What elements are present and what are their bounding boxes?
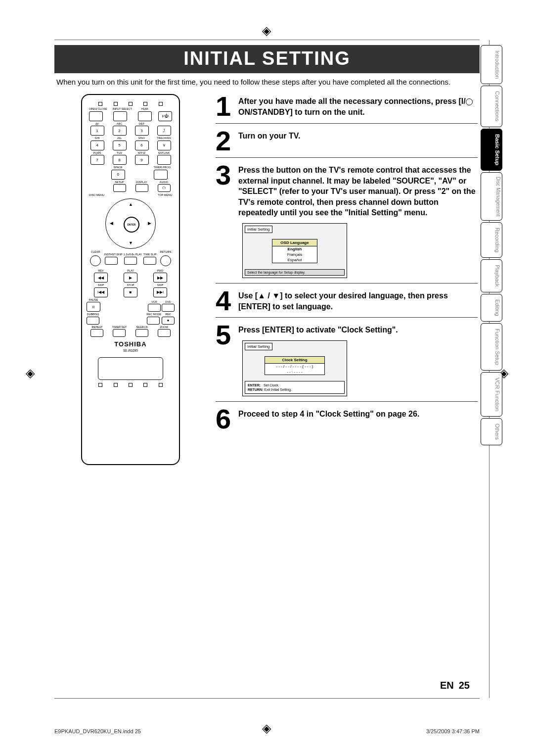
tab-recording[interactable]: Recording — [481, 222, 502, 258]
print-footer: E9PKAUD_DVR620KU_EN.indd 25 3/25/2009 3:… — [54, 728, 480, 734]
osd-title: Initial Setting — [245, 226, 272, 233]
brand-label: TOSHIBA — [86, 340, 175, 348]
step-number: 1 — [216, 94, 238, 119]
step-number: 5 — [216, 323, 238, 347]
footer-filename: E9PKAUD_DVR620KU_EN.indd 25 — [54, 728, 141, 734]
footer-timestamp: 3/25/2009 3:47:36 PM — [426, 728, 480, 734]
tab-function-setup[interactable]: Function Setup — [481, 323, 502, 371]
page-frame: INITIAL SETTING When you turn on this un… — [54, 40, 480, 699]
model-label: SE-R0295 — [86, 349, 175, 352]
osd-language-screenshot: Initial Setting OSD Language English Fra… — [242, 223, 347, 278]
step-text: Proceed to step 4 in "Clock Setting" on … — [238, 409, 478, 420]
power-button-icon: I/⏻ — [158, 111, 172, 121]
nav-ring: ▲ ▼ ◀ ▶ ENTER — [105, 198, 156, 249]
osd-footer: Select the language for Setup display. — [245, 269, 345, 276]
osd-footer: ENTER: Set Clock. RETURN: Exit Initial S… — [245, 381, 345, 394]
step-text: Press the button on the TV's remote cont… — [238, 165, 478, 218]
tab-introduction[interactable]: Introduction — [481, 45, 502, 84]
tab-connections[interactable]: Connections — [481, 86, 502, 127]
down-arrow-icon — [272, 291, 280, 300]
step-text: Use [ / ] to select your desired languag… — [238, 290, 478, 312]
crop-mark-left-icon: ◈ — [26, 366, 35, 380]
osd-clock-screenshot: Initial Setting Clock Setting - - - / - … — [242, 340, 347, 396]
osd-menu-header: Clock Setting — [265, 357, 324, 364]
osd-title: Initial Setting — [245, 343, 272, 350]
step-3: 3 Press the button on the TV's remote co… — [216, 163, 478, 278]
step-text: After you have made all the necessary co… — [238, 96, 478, 117]
tab-vcr-function[interactable]: VCR Function — [481, 372, 502, 417]
steps-list: 1 After you have made all the necessary … — [216, 94, 478, 465]
enter-button: ENTER — [124, 217, 139, 233]
osd-menu-header: OSD Language — [272, 239, 317, 246]
step-number: 2 — [216, 129, 238, 153]
power-icon — [466, 98, 473, 105]
step-5: 5 Press [ENTER] to activate "Clock Setti… — [216, 323, 478, 396]
step-number: 4 — [216, 288, 238, 313]
step-number: 6 — [216, 407, 238, 431]
crop-mark-top-icon: ◈ — [262, 24, 271, 38]
step-text: Turn on your TV. — [238, 131, 478, 142]
step-text: Press [ENTER] to activate "Clock Setting… — [238, 325, 478, 335]
tab-basic-setup[interactable]: Basic Setup — [481, 129, 502, 171]
intro-text: When you turn on this unit for the first… — [54, 77, 480, 87]
step-number: 3 — [216, 163, 238, 188]
tab-disc-management[interactable]: Disc Management — [481, 172, 502, 221]
step-1: 1 After you have made all the necessary … — [216, 94, 478, 123]
step-4: 4 Use [ / ] to select your desired langu… — [216, 288, 478, 318]
page-number: EN25 — [440, 680, 470, 691]
side-tabs: Introduction Connections Basic Setup Dis… — [481, 45, 502, 447]
step-2: 2 Turn on your TV. — [216, 129, 478, 158]
page-title: INITIAL SETTING — [54, 45, 480, 73]
step-6: 6 Proceed to step 4 in "Clock Setting" o… — [216, 407, 478, 435]
tab-editing[interactable]: Editing — [481, 294, 502, 322]
remote-illustration: OPEN/ CLOSE INPUT SELECT HDMI I/⏻ .@/:1 … — [81, 94, 180, 465]
tab-playback[interactable]: Playback — [481, 259, 502, 292]
tab-others[interactable]: Others — [481, 418, 502, 445]
up-arrow-icon — [258, 291, 266, 300]
